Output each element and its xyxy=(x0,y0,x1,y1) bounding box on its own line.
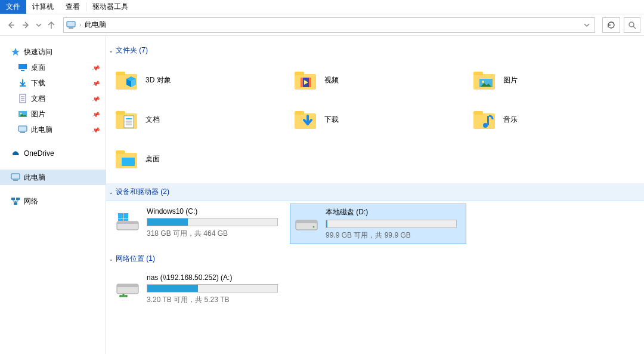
netloc-grid: nas (\\192.168.50.252) (A:) 3.20 TB 可用，共… xyxy=(106,267,634,315)
sidebar-item-downloads[interactable]: 下载 📌 xyxy=(0,75,106,91)
drive-subtitle: 318 GB 可用，共 464 GB xyxy=(147,229,284,239)
network-drive-a[interactable]: nas (\\192.168.50.252) (A:) 3.20 TB 可用，共… xyxy=(111,270,287,309)
breadcrumb-location: 此电脑 xyxy=(85,20,106,30)
svg-point-63 xyxy=(313,226,315,228)
drive-usage-fill xyxy=(326,220,327,227)
chevron-down-icon: ⌄ xyxy=(109,189,113,195)
folder-label: 桌面 xyxy=(145,154,160,164)
chevron-down-icon: ⌄ xyxy=(109,256,113,262)
sidebar-item-desktop[interactable]: 桌面 📌 xyxy=(0,60,106,75)
address-bar[interactable]: › 此电脑 xyxy=(63,17,595,33)
drive-title: 本地磁盘 (D:) xyxy=(326,207,463,217)
address-dropdown-button[interactable] xyxy=(581,22,592,28)
breadcrumb-caret-icon: › xyxy=(79,21,81,28)
svg-rect-20 xyxy=(13,180,18,181)
refresh-button[interactable] xyxy=(602,17,620,33)
drive-icon xyxy=(293,210,320,233)
svg-rect-22 xyxy=(16,198,20,200)
folder-desktop[interactable]: 桌面 xyxy=(111,140,287,177)
group-header-folders[interactable]: ⌄ 文件夹 (7) xyxy=(106,42,634,59)
svg-rect-62 xyxy=(296,220,317,223)
arrow-right-icon xyxy=(21,20,31,30)
svg-point-5 xyxy=(629,22,634,27)
desktop-icon xyxy=(18,63,27,72)
pin-icon: 📌 xyxy=(91,63,100,72)
sidebar-label: 网络 xyxy=(24,196,38,207)
folder-music[interactable]: 音乐 xyxy=(469,101,644,138)
drive-usage-fill xyxy=(147,218,188,226)
sidebar-item-pictures[interactable]: 图片 📌 xyxy=(0,106,106,122)
drive-subtitle: 3.20 TB 可用，共 5.23 TB xyxy=(147,295,284,305)
sidebar-item-this-pc[interactable]: 此电脑 xyxy=(0,170,106,185)
group-label: 文件夹 (7) xyxy=(116,45,148,56)
svg-rect-54 xyxy=(122,158,135,166)
drive-d[interactable]: 本地磁盘 (D:) 99.9 GB 可用，共 99.9 GB xyxy=(290,204,466,244)
svg-rect-8 xyxy=(18,64,27,69)
sidebar-label: 图片 xyxy=(31,109,45,119)
group-header-netloc[interactable]: ⌄ 网络位置 (1) xyxy=(106,250,634,267)
document-icon xyxy=(18,94,27,103)
drive-subtitle: 99.9 GB 可用，共 99.9 GB xyxy=(326,230,463,241)
folder-pictures[interactable]: 图片 xyxy=(469,61,644,98)
sidebar-item-onedrive[interactable]: OneDrive xyxy=(0,146,106,161)
sidebar-item-quick-access[interactable]: 快速访问 xyxy=(0,44,106,60)
folder-videos[interactable]: 视频 xyxy=(290,61,466,98)
pin-icon: 📌 xyxy=(91,125,100,134)
drives-grid: Windows10 (C:) 318 GB 可用，共 464 GB 本地磁盘 (… xyxy=(106,201,634,250)
menu-drive-tools[interactable]: 驱动器工具 xyxy=(86,0,134,14)
svg-rect-33 xyxy=(309,78,311,87)
pin-icon: 📌 xyxy=(91,110,100,118)
drive-usage-bar xyxy=(326,220,457,228)
group-header-drives[interactable]: ⌄ 设备和驱动器 (2) xyxy=(106,183,644,201)
folder-downloads[interactable]: 下载 xyxy=(290,101,466,138)
folder-label: 视频 xyxy=(324,75,339,85)
sidebar-item-thispc-pinned[interactable]: 此电脑 📌 xyxy=(0,122,106,137)
menu-view[interactable]: 查看 xyxy=(60,0,86,14)
svg-rect-53 xyxy=(116,150,125,154)
group-label: 设备和驱动器 (2) xyxy=(116,187,169,197)
folders-grid: 3D 对象 视频 图片 文档 下载 音乐 xyxy=(106,59,634,183)
this-pc-icon xyxy=(11,173,20,182)
svg-rect-36 xyxy=(473,72,483,75)
folder-3d-objects[interactable]: 3D 对象 xyxy=(111,61,287,98)
chevron-down-icon: ⌄ xyxy=(109,47,113,54)
menu-file-label: 文件 xyxy=(6,2,20,12)
svg-rect-30 xyxy=(295,72,304,75)
folder-documents-icon xyxy=(113,106,140,133)
drive-c[interactable]: Windows10 (C:) 318 GB 可用，共 464 GB xyxy=(111,204,287,244)
menu-view-label: 查看 xyxy=(66,2,80,12)
folder-documents[interactable]: 文档 xyxy=(111,101,287,138)
chevron-down-icon xyxy=(584,22,590,28)
folder-label: 下载 xyxy=(324,115,339,125)
menu-computer[interactable]: 计算机 xyxy=(26,0,60,14)
svg-rect-65 xyxy=(117,284,138,287)
folder-desktop-icon xyxy=(113,146,140,172)
nav-recent-button[interactable] xyxy=(35,18,43,32)
folder-3d-icon xyxy=(113,67,140,93)
svg-rect-47 xyxy=(295,111,304,115)
svg-marker-7 xyxy=(11,48,20,56)
svg-point-67 xyxy=(125,295,128,297)
search-box[interactable] xyxy=(624,17,640,33)
svg-rect-17 xyxy=(18,126,27,131)
sidebar-item-network[interactable]: 网络 xyxy=(0,193,106,209)
drive-os-icon xyxy=(114,210,141,233)
nav-up-button[interactable] xyxy=(44,18,58,32)
folder-label: 图片 xyxy=(503,75,518,85)
this-pc-icon xyxy=(66,20,76,30)
search-icon xyxy=(628,21,636,29)
svg-point-38 xyxy=(482,81,484,83)
svg-rect-41 xyxy=(124,116,134,128)
sidebar-label: 此电脑 xyxy=(24,173,45,183)
sidebar-label: 下载 xyxy=(31,78,45,88)
nav-back-button[interactable] xyxy=(4,18,18,32)
arrow-left-icon xyxy=(6,20,16,30)
folder-label: 3D 对象 xyxy=(145,75,171,85)
folder-label: 音乐 xyxy=(503,115,518,125)
sidebar-item-documents[interactable]: 文档 📌 xyxy=(0,91,106,106)
svg-rect-56 xyxy=(117,221,138,224)
nav-forward-button[interactable] xyxy=(19,18,33,32)
menu-file[interactable]: 文件 xyxy=(0,0,26,14)
svg-point-66 xyxy=(119,295,122,297)
svg-rect-58 xyxy=(123,213,128,218)
